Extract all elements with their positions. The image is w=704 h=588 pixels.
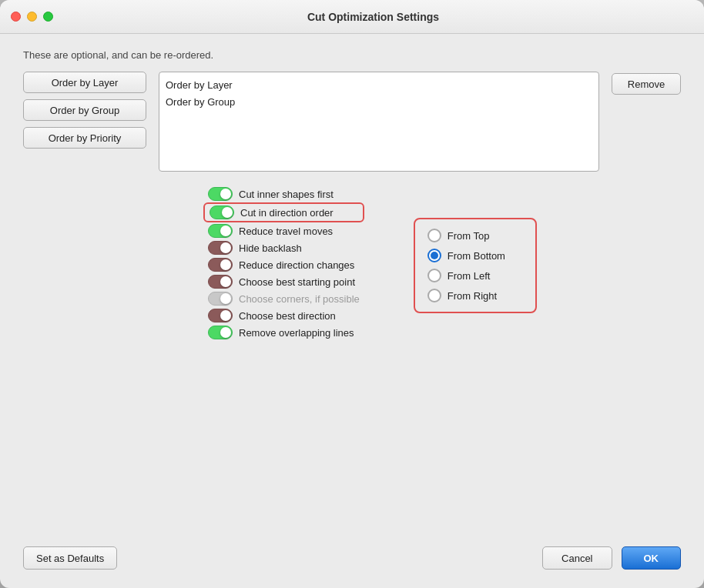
- bottom-right-buttons: Cancel OK: [542, 546, 681, 570]
- toggle-cut-direction-switch[interactable]: [210, 205, 234, 219]
- toggle-best-starting-switch[interactable]: [208, 275, 233, 289]
- radio-from-top-label: From Top: [448, 230, 490, 242]
- maximize-button[interactable]: [43, 12, 53, 22]
- set-defaults-button[interactable]: Set as Defaults: [23, 546, 117, 570]
- toggle-corners: Choose corners, if possible: [208, 292, 360, 306]
- toggle-reduce-travel: Reduce travel moves: [208, 224, 360, 238]
- window-title: Cut Optimization Settings: [53, 11, 693, 23]
- options-section: Cut inner shapes first Cut in direction …: [23, 187, 681, 339]
- toggles-column: Cut inner shapes first Cut in direction …: [208, 187, 360, 339]
- toggle-corners-label: Choose corners, if possible: [239, 293, 360, 305]
- remove-button[interactable]: Remove: [612, 73, 681, 95]
- cancel-button[interactable]: Cancel: [542, 546, 612, 570]
- bottom-bar: Set as Defaults Cancel OK: [0, 534, 704, 588]
- radio-from-right-btn[interactable]: [427, 289, 441, 302]
- content-area: These are optional, and can be re-ordere…: [0, 34, 704, 534]
- list-item[interactable]: Order by Layer: [166, 77, 592, 94]
- dialog-window: Cut Optimization Settings These are opti…: [0, 0, 704, 588]
- toggle-best-starting: Choose best starting point: [208, 275, 360, 289]
- toggle-corners-switch: [208, 292, 233, 306]
- radio-from-right[interactable]: From Right: [427, 289, 523, 302]
- titlebar: Cut Optimization Settings: [0, 0, 704, 34]
- toggle-remove-overlapping: Remove overlapping lines: [208, 326, 360, 339]
- radio-from-bottom-label: From Bottom: [448, 250, 505, 262]
- radio-from-bottom[interactable]: From Bottom: [427, 249, 523, 262]
- order-by-priority-button[interactable]: Order by Priority: [23, 127, 146, 149]
- toggle-cut-direction-label: Cut in direction order: [240, 207, 334, 219]
- toggle-reduce-direction: Reduce direction changes: [208, 258, 360, 272]
- toggle-reduce-direction-switch[interactable]: [208, 258, 233, 272]
- radio-from-left-label: From Left: [448, 270, 491, 282]
- order-by-group-button[interactable]: Order by Group: [23, 99, 146, 121]
- traffic-lights: [11, 12, 53, 22]
- radio-from-bottom-btn[interactable]: [427, 249, 441, 262]
- list-item[interactable]: Order by Group: [166, 94, 592, 111]
- toggle-hide-backlash-switch[interactable]: [208, 241, 233, 255]
- toggle-best-direction-switch[interactable]: [208, 309, 233, 322]
- main-area: Order by Layer Order by Group Order by P…: [23, 72, 681, 172]
- subtitle-text: These are optional, and can be re-ordere…: [23, 49, 681, 61]
- close-button[interactable]: [11, 12, 21, 22]
- radio-from-left[interactable]: From Left: [427, 269, 523, 282]
- remove-col: Remove: [612, 72, 681, 95]
- toggle-remove-overlapping-switch[interactable]: [208, 326, 233, 339]
- toggle-best-direction-label: Choose best direction: [239, 310, 336, 322]
- toggle-cut-inner-shapes-label: Cut inner shapes first: [239, 189, 334, 200]
- toggle-reduce-direction-label: Reduce direction changes: [239, 259, 354, 271]
- order-by-layer-button[interactable]: Order by Layer: [23, 72, 146, 93]
- toggle-reduce-travel-switch[interactable]: [208, 224, 233, 238]
- radio-from-top[interactable]: From Top: [427, 229, 523, 242]
- radio-from-top-btn[interactable]: [427, 229, 441, 242]
- toggle-hide-backlash-label: Hide backlash: [239, 242, 302, 254]
- ok-button[interactable]: OK: [622, 546, 682, 570]
- toggle-hide-backlash: Hide backlash: [208, 241, 360, 255]
- radio-from-left-btn[interactable]: [427, 269, 441, 282]
- minimize-button[interactable]: [27, 12, 37, 22]
- radio-from-right-label: From Right: [448, 290, 497, 302]
- toggle-cut-inner-shapes: Cut inner shapes first: [208, 187, 360, 201]
- toggle-reduce-travel-label: Reduce travel moves: [239, 226, 333, 237]
- direction-options-box: From Top From Bottom From Left From Righ…: [414, 218, 537, 313]
- toggle-best-direction: Choose best direction: [208, 309, 360, 322]
- toggle-cut-direction-order: Cut in direction order: [203, 202, 364, 222]
- order-buttons-col: Order by Layer Order by Group Order by P…: [23, 72, 146, 149]
- toggle-cut-inner-shapes-switch[interactable]: [208, 187, 233, 201]
- toggle-remove-overlapping-label: Remove overlapping lines: [239, 327, 354, 339]
- order-list[interactable]: Order by Layer Order by Group: [159, 72, 599, 172]
- toggle-best-starting-label: Choose best starting point: [239, 276, 355, 288]
